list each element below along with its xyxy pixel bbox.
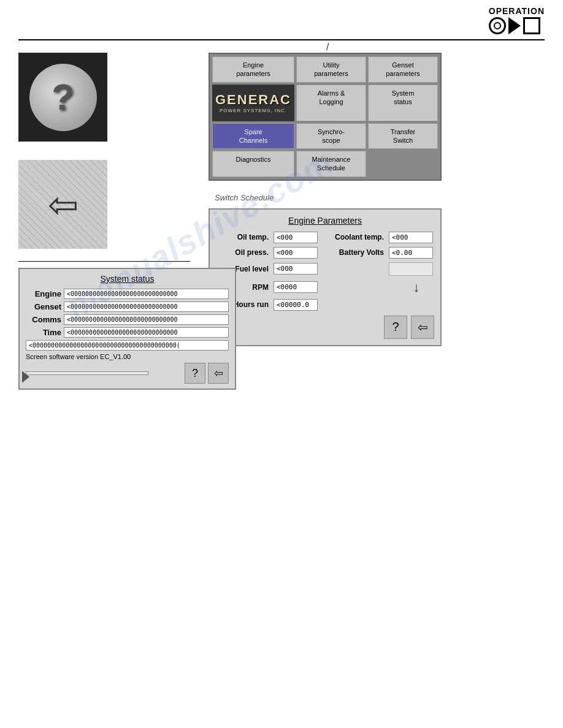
generac-menu-wrapper: / Engineparameters Utilityparameters Gen… — [209, 53, 545, 181]
menu-btn-genset-params[interactable]: Gensetparameters — [368, 56, 438, 83]
left-divider — [18, 261, 190, 262]
engine-label: Engine — [26, 289, 61, 298]
system-status-panel: System status Engine <000000000000000000… — [18, 268, 236, 390]
menu-btn-maintenance-schedule[interactable]: MaintenanceSchedule — [296, 151, 366, 177]
engine-back-icon: ⇦ — [418, 320, 428, 335]
coolant-temp-label: Coolant temp. — [325, 233, 386, 241]
menu-btn-spare-channels[interactable]: SpareChannels — [212, 123, 294, 150]
comms-value: <00000000000000000000000000000 — [64, 314, 229, 325]
engine-panel-icons: ? ⇦ — [216, 316, 434, 339]
slash-indicator: / — [326, 42, 329, 53]
battery-volts-label: Battery Volts — [325, 248, 386, 257]
menu-btn-diagnostics[interactable]: Diagnostics — [212, 151, 294, 177]
param-grid: Oil temp. <000 Coolant temp. <000 Oil pr… — [216, 232, 434, 311]
arrow-down-indicator: ↓ — [389, 279, 444, 295]
comms-label: Comms — [26, 315, 61, 324]
rect-icon — [523, 17, 540, 34]
right-column: / Engineparameters Utilityparameters Gen… — [209, 53, 545, 390]
generac-logo-subtext: POWER SYSTEMS, INC. — [215, 108, 291, 113]
arrow-right-icon — [508, 17, 521, 34]
fuel-level-value: <000 — [274, 263, 318, 275]
menu-btn-utility-params[interactable]: Utilityparameters — [296, 56, 366, 83]
question-mark-icon: ? — [29, 64, 97, 131]
comms-status-row: Comms <00000000000000000000000000000 — [26, 314, 229, 325]
rpm-value: <0000 — [274, 281, 318, 293]
version-box — [26, 371, 148, 375]
engine-value: <00000000000000000000000000000 — [64, 289, 229, 299]
oil-temp-label: Oil temp. — [216, 233, 271, 241]
system-status-title: System status — [26, 274, 229, 284]
help-icon: ? — [192, 367, 198, 380]
main-content: ? ⇦ System status Engine <00000000000000… — [0, 40, 563, 402]
genset-value: <00000000000000000000000000000 — [64, 301, 229, 312]
arrow-box — [508, 17, 521, 34]
menu-btn-transfer-switch[interactable]: TransferSwitch — [368, 123, 438, 150]
circle-inner — [494, 22, 501, 29]
circle-icon — [489, 17, 506, 34]
time-label: Time — [26, 328, 61, 337]
generac-panel: Engineparameters Utilityparameters Gense… — [209, 53, 442, 181]
generac-logo-text: GENERAC — [215, 92, 291, 108]
genset-label: Genset — [26, 302, 61, 311]
system-bottom-bar: ? ⇦ — [26, 363, 229, 384]
back-icon: ⇦ — [214, 366, 223, 380]
back-arrow-icon-box: ⇦ — [18, 160, 107, 249]
battery-volts-value: <0.00 — [389, 247, 433, 259]
generac-logo: GENERAC POWER SYSTEMS, INC. — [212, 85, 294, 121]
menu-btn-synchro-scope[interactable]: Synchro-scope — [296, 123, 366, 150]
indicator-arrow — [23, 372, 29, 382]
engine-status-row: Engine <00000000000000000000000000000 — [26, 289, 229, 299]
back-arrow-icon: ⇦ — [48, 183, 79, 226]
long-status-value: <000000000000000000000000000000000000000… — [26, 340, 229, 351]
engine-help-icon: ? — [392, 320, 399, 334]
oil-press-value: <000 — [274, 247, 318, 259]
oil-press-label: Oil press. — [216, 248, 271, 257]
system-back-button[interactable]: ⇦ — [208, 363, 229, 384]
oil-temp-value: <000 — [274, 232, 318, 243]
arrow-indicator — [22, 371, 29, 382]
menu-btn-system-status[interactable]: Systemstatus — [368, 85, 438, 121]
time-value: <00000000000000000000000000000 — [64, 327, 229, 338]
question-icon-box: ? — [18, 53, 107, 142]
hours-run-value: <00000.0 — [274, 299, 318, 311]
menu-btn-engine-params[interactable]: Engineparameters — [212, 56, 294, 83]
menu-btn-alarms-logging[interactable]: Alarms &Logging — [296, 85, 366, 121]
switch-schedule-area: Switch Schedule — [209, 193, 545, 202]
engine-help-button[interactable]: ? — [384, 316, 407, 339]
system-icon-buttons: ? ⇦ — [185, 363, 229, 384]
coolant-temp-value: <000 — [389, 232, 433, 243]
system-help-button[interactable]: ? — [185, 363, 205, 384]
version-text: Screen software version EC_V1.00 — [26, 353, 229, 360]
operation-icon-group — [489, 17, 545, 34]
genset-status-row: Genset <00000000000000000000000000000 — [26, 301, 229, 312]
blank-value-box — [389, 262, 433, 276]
engine-back-button[interactable]: ⇦ — [411, 316, 434, 339]
menu-grid: Engineparameters Utilityparameters Gense… — [212, 56, 438, 177]
header: OPERATION — [0, 0, 563, 34]
time-status-row: Time <00000000000000000000000000000 — [26, 327, 229, 338]
switch-schedule-text: Switch Schedule — [215, 193, 545, 202]
engine-parameters-panel: Engine Parameters Oil temp. <000 Coolant… — [209, 208, 442, 346]
left-column: ? ⇦ System status Engine <00000000000000… — [18, 53, 196, 390]
engine-parameters-title: Engine Parameters — [216, 216, 434, 226]
operation-label: OPERATION — [489, 6, 545, 16]
